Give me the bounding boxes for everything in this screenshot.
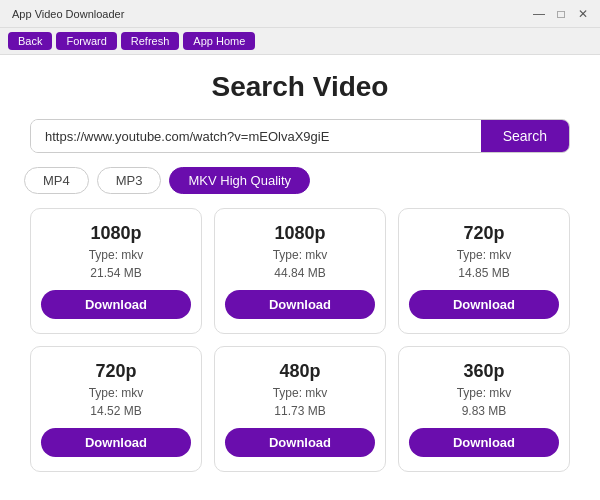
search-button[interactable]: Search [481, 120, 569, 152]
video-card-5: 360p Type: mkv 9.83 MB Download [398, 346, 570, 472]
back-button[interactable]: Back [8, 32, 52, 50]
minimize-button[interactable]: — [530, 5, 548, 23]
video-card-1: 1080p Type: mkv 44.84 MB Download [214, 208, 386, 334]
close-button[interactable]: ✕ [574, 5, 592, 23]
download-button-4[interactable]: Download [225, 428, 375, 457]
type-4: Type: mkv [273, 386, 328, 400]
resolution-5: 360p [463, 361, 504, 382]
video-grid: 1080p Type: mkv 21.54 MB Download 1080p … [30, 208, 570, 472]
size-3: 14.52 MB [90, 404, 141, 418]
size-4: 11.73 MB [274, 404, 325, 418]
main-content: Search Video Search MP4 MP3 MKV High Qua… [0, 55, 600, 500]
video-card-4: 480p Type: mkv 11.73 MB Download [214, 346, 386, 472]
download-button-0[interactable]: Download [41, 290, 191, 319]
maximize-button[interactable]: □ [552, 5, 570, 23]
tab-mp3[interactable]: MP3 [97, 167, 162, 194]
type-1: Type: mkv [273, 248, 328, 262]
video-card-2: 720p Type: mkv 14.85 MB Download [398, 208, 570, 334]
size-0: 21.54 MB [90, 266, 141, 280]
resolution-1: 1080p [274, 223, 325, 244]
search-input[interactable] [31, 120, 481, 152]
size-1: 44.84 MB [274, 266, 325, 280]
tab-mkv[interactable]: MKV High Quality [169, 167, 310, 194]
title-bar-left: App Video Downloader [8, 8, 124, 20]
resolution-0: 1080p [90, 223, 141, 244]
app-home-button[interactable]: App Home [183, 32, 255, 50]
resolution-2: 720p [463, 223, 504, 244]
format-tabs: MP4 MP3 MKV High Quality [24, 167, 310, 194]
resolution-3: 720p [95, 361, 136, 382]
title-bar-controls: — □ ✕ [530, 5, 592, 23]
app-title: App Video Downloader [12, 8, 124, 20]
download-button-3[interactable]: Download [41, 428, 191, 457]
resolution-4: 480p [279, 361, 320, 382]
type-0: Type: mkv [89, 248, 144, 262]
size-5: 9.83 MB [462, 404, 507, 418]
size-2: 14.85 MB [458, 266, 509, 280]
forward-button[interactable]: Forward [56, 32, 116, 50]
type-2: Type: mkv [457, 248, 512, 262]
download-button-5[interactable]: Download [409, 428, 559, 457]
page-title: Search Video [212, 71, 389, 103]
video-card-0: 1080p Type: mkv 21.54 MB Download [30, 208, 202, 334]
refresh-button[interactable]: Refresh [121, 32, 180, 50]
app-window: Search Video Search MP4 MP3 MKV High Qua… [0, 55, 600, 500]
download-button-1[interactable]: Download [225, 290, 375, 319]
download-button-2[interactable]: Download [409, 290, 559, 319]
video-card-3: 720p Type: mkv 14.52 MB Download [30, 346, 202, 472]
toolbar: Back Forward Refresh App Home [0, 28, 600, 55]
type-3: Type: mkv [89, 386, 144, 400]
search-bar: Search [30, 119, 570, 153]
title-bar: App Video Downloader — □ ✕ [0, 0, 600, 28]
type-5: Type: mkv [457, 386, 512, 400]
tab-mp4[interactable]: MP4 [24, 167, 89, 194]
